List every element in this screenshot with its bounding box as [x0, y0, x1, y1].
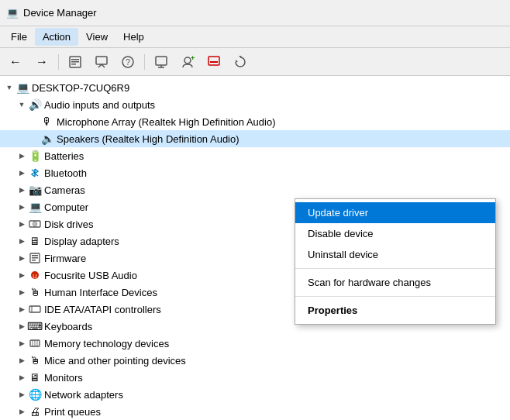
network-icon: 🌐 [28, 387, 42, 401]
expand-arrow[interactable] [16, 201, 28, 213]
expand-arrow[interactable] [16, 303, 28, 315]
svg-rect-25 [29, 306, 40, 312]
item-label: Speakers (Realtek High Definition Audio) [57, 133, 239, 145]
tree-item-memory[interactable]: Memory technology devices [0, 335, 510, 352]
expand-arrow[interactable] [16, 150, 28, 162]
computer-icon: 💻 [16, 81, 29, 95]
toolbar-sep-2 [144, 54, 145, 70]
app-icon: 💻 [6, 7, 19, 19]
item-label: Network adapters [44, 389, 123, 401]
add-device-button[interactable]: + [175, 51, 200, 73]
expand-arrow[interactable] [16, 405, 28, 418]
item-label: Keyboards [44, 321, 92, 332]
menu-item-view[interactable]: View [78, 28, 115, 46]
update-driver-button[interactable] [89, 51, 114, 73]
item-label: Computer [44, 201, 88, 213]
menu-item-action[interactable]: Action [35, 28, 78, 46]
monitor-icon: 🖥 [28, 370, 42, 384]
expand-arrow[interactable] [16, 320, 28, 332]
device-tree[interactable]: 💻 DESKTOP-7CUQ6R9 🔊 Audio inputs and out… [0, 76, 510, 420]
menu-item-help[interactable]: Help [115, 28, 152, 46]
disk-icon [28, 217, 42, 231]
expand-arrow[interactable] [16, 286, 28, 298]
tree-item-mice[interactable]: 🖱 Mice and other pointing devices [0, 352, 510, 369]
item-label: Cameras [44, 184, 85, 196]
mic-icon: 🎙 [40, 115, 54, 129]
print-icon: 🖨 [28, 405, 42, 418]
expand-arrow[interactable] [16, 218, 28, 230]
toolbar-sep-1 [58, 54, 59, 70]
item-label: Mice and other pointing devices [44, 355, 186, 367]
ctx-scan-hardware[interactable]: Scan for hardware changes [295, 272, 495, 293]
svg-rect-22 [32, 260, 36, 261]
item-label: Memory technology devices [44, 338, 169, 349]
ctx-update-driver[interactable]: Update driver [295, 202, 495, 223]
svg-rect-3 [71, 64, 76, 65]
scan-hardware-button[interactable] [149, 51, 174, 73]
svg-point-10 [184, 57, 191, 64]
ctx-properties[interactable]: Properties [295, 300, 495, 321]
item-label: Bluetooth [44, 167, 87, 179]
camera-icon: 📷 [28, 183, 42, 197]
ctx-separator-2 [295, 296, 495, 297]
menu-item-file[interactable]: File [3, 28, 35, 46]
context-menu: Update driver Disable device Uninstall d… [295, 198, 496, 325]
mouse-icon: 🖱 [28, 353, 42, 367]
tree-item-cameras[interactable]: 📷 Cameras [0, 181, 510, 198]
expand-arrow[interactable] [16, 252, 28, 264]
svg-point-18 [34, 223, 36, 225]
usb-icon: U [28, 268, 42, 282]
tree-item-network[interactable]: 🌐 Network adapters [0, 386, 510, 403]
tree-item-mic[interactable]: 🎙 Microphone Array (Realtek High Definit… [0, 113, 510, 130]
tree-item-bluetooth[interactable]: Bluetooth [0, 164, 510, 181]
remove-device-button[interactable] [202, 51, 226, 73]
help-button[interactable]: ? [115, 51, 140, 73]
expand-arrow[interactable] [16, 235, 28, 247]
ctx-disable-device[interactable]: Disable device [295, 223, 495, 244]
expand-arrow[interactable] [16, 388, 28, 401]
item-label: Monitors [44, 372, 83, 384]
item-label: Disk drives [44, 219, 94, 230]
expand-arrow[interactable] [16, 337, 28, 349]
expand-arrow[interactable] [16, 167, 28, 179]
expand-arrow[interactable] [16, 98, 28, 111]
item-label: Human Interface Devices [44, 287, 157, 298]
app-title: Device Manager [23, 7, 97, 19]
svg-rect-1 [71, 59, 79, 60]
item-label: Audio inputs and outputs [44, 99, 155, 111]
tree-item-audio-group[interactable]: 🔊 Audio inputs and outputs [0, 96, 510, 113]
expand-arrow[interactable] [16, 354, 28, 367]
tree-item-root[interactable]: 💻 DESKTOP-7CUQ6R9 [0, 79, 510, 96]
title-bar: 💻 Device Manager [0, 0, 510, 26]
item-label: Focusrite USB Audio [44, 270, 137, 281]
properties-button[interactable] [63, 51, 88, 73]
item-label: Batteries [44, 150, 84, 162]
svg-rect-21 [32, 257, 38, 259]
ctx-separator-1 [295, 268, 495, 269]
item-label: Display adapters [44, 236, 119, 247]
main-panel: 💻 DESKTOP-7CUQ6R9 🔊 Audio inputs and out… [0, 76, 510, 420]
tree-item-speakers[interactable]: 🔈 Speakers (Realtek High Definition Audi… [0, 130, 510, 147]
item-label: Microphone Array (Realtek High Definitio… [57, 116, 276, 128]
svg-text:?: ? [126, 57, 130, 67]
speaker-icon: 🔈 [40, 132, 54, 146]
hid-icon: 🖱 [28, 285, 42, 299]
refresh-button[interactable] [228, 51, 253, 73]
svg-rect-4 [96, 57, 107, 64]
tree-item-batteries[interactable]: 🔋 Batteries [0, 147, 510, 164]
svg-rect-13 [208, 57, 219, 65]
back-button[interactable]: ← [3, 51, 28, 73]
ctx-uninstall-device[interactable]: Uninstall device [295, 244, 495, 265]
expand-arrow[interactable] [16, 269, 28, 281]
computer-icon: 💻 [28, 200, 42, 214]
forward-button[interactable]: → [29, 51, 54, 73]
audio-icon: 🔊 [28, 98, 42, 112]
memory-icon [28, 336, 42, 350]
item-label: Print queues [44, 406, 101, 418]
tree-item-print[interactable]: 🖨 Print queues [0, 403, 510, 420]
tree-item-monitors[interactable]: 🖥 Monitors [0, 369, 510, 386]
expand-arrow[interactable] [16, 371, 28, 384]
expand-arrow[interactable] [3, 81, 16, 94]
firmware-icon [28, 251, 42, 265]
expand-arrow[interactable] [16, 184, 28, 196]
